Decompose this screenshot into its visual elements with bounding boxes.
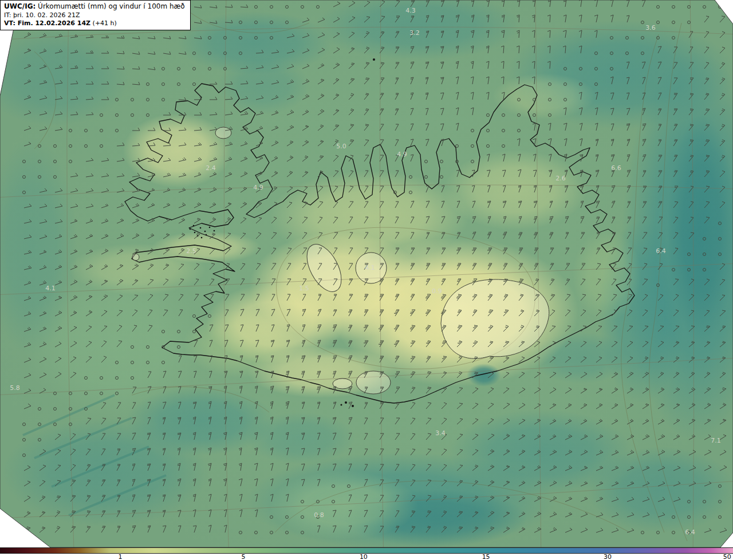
map-value-label: 7.1 [711,437,721,444]
valid-time: VT: Fim. 12.02.2026 14Z [4,19,90,27]
colorbar-tick-label: 15 [482,554,490,560]
map-value-label: 4.1 [45,285,56,292]
colorbar-tick-label: 1 [118,554,122,560]
valid-offset: (+41 h) [90,19,117,27]
colorbar-tick-label: 10 [360,554,368,560]
map-value-label: 0.8 [314,511,324,519]
model-id: UWC/IG: [4,2,36,10]
colorbar-labels: 1510153050 [0,554,733,560]
title-box: UWC/IG: Úrkomumætti (mm) og vindur í 100… [0,0,191,30]
product-title-line: UWC/IG: Úrkomumætti (mm) og vindur í 100… [4,2,185,11]
weather-map: 4.33.23.65.04.92.46.62.64.92.56.44.14.11… [0,0,733,560]
colorbar-tick-label: 50 [723,554,731,560]
map-value-label: 2.4 [206,164,216,172]
valid-time-line: VT: Fim. 12.02.2026 14Z (+41 h) [4,19,185,27]
map-value-label: 4.9 [253,184,263,191]
map-value-label: 3.4 [435,429,446,437]
map-value-label: 5.0 [336,143,346,150]
colorbar-tick-label: 5 [241,554,245,560]
colorbar-tick-label: 30 [604,554,612,560]
colorbar: 1510153050 [0,547,733,560]
map-value-label: 1.5 [299,285,309,292]
map-value-label: 3.2 [409,29,420,37]
map-value-label: 4.1 [365,264,375,271]
map-value-label: 2.6 [555,175,566,182]
product-title: Úrkomumætti (mm) og vindur í 100m hæð [36,2,184,10]
map-value-label: 3.6 [645,24,656,31]
init-time: IT: þri. 10. 02. 2026 21Z [4,11,185,19]
map-value-label: 6.4 [656,247,666,255]
map-value-label: 2.5 [186,247,196,255]
map-value-label: 6.4 [685,529,695,536]
map-value-label: 5.8 [10,384,20,392]
map-value-label: 4.9 [397,151,407,158]
map-value-label: 4.3 [405,7,416,14]
map-value-label: 6.6 [611,164,621,172]
map-value-label: 0.9 [432,287,442,295]
